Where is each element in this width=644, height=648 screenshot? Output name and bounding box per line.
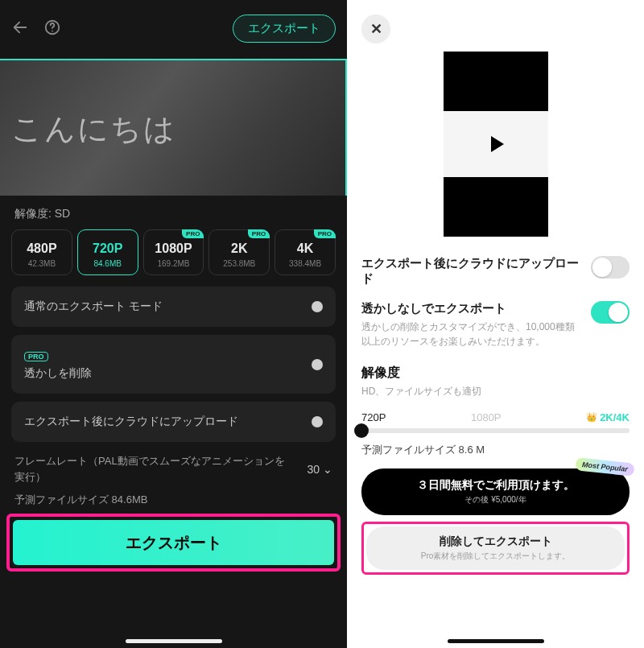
opt-remove-watermark[interactable]: PRO 透かしを削除 (11, 335, 336, 394)
pro-badge: PRO (24, 352, 48, 361)
export-button[interactable]: エクスポート (13, 520, 334, 565)
export-options-list: 通常のエクスポート モード PRO 透かしを削除 エクスポート後にクラウドにアッ… (0, 275, 347, 442)
resolution-slider[interactable] (361, 428, 630, 433)
opt-sub: 透かしの削除とカスタマイズができ、10,000種類以上のリソースをお楽しみいただ… (361, 320, 581, 349)
home-indicator (126, 639, 222, 643)
play-icon (491, 136, 504, 152)
predicted-size: 予測ファイルサイズ 8.6 M (361, 443, 630, 457)
slider-label-text: 2K/4K (600, 411, 630, 423)
preview-text-overlay: こんにちは (11, 109, 176, 150)
delete-and-export-button[interactable]: 削除してエクスポート Pro素材を削除してエクスポートします。 (366, 526, 625, 570)
chevron-down-icon: ⌄ (323, 463, 332, 476)
res-4k[interactable]: PRO 4K 338.4MB (275, 229, 336, 275)
slider-label-720p: 720P (361, 411, 386, 423)
opt-text: エクスポート後にクラウドにアップロード (361, 256, 581, 287)
opt-label: エクスポート後にクラウドにアップロード (24, 415, 238, 429)
back-icon[interactable] (11, 19, 29, 39)
video-preview[interactable]: こんにちは (0, 59, 347, 196)
preview-play-area[interactable] (444, 111, 548, 177)
radio-icon (312, 301, 323, 312)
svg-point-1 (52, 30, 53, 31)
export-status-pill[interactable]: エクスポート (233, 14, 336, 43)
res-size: 169.2MB (144, 259, 204, 268)
close-button[interactable]: ✕ (361, 14, 390, 43)
top-bar: エクスポート (0, 0, 347, 43)
opt-cloud-row: エクスポート後にクラウドにアップロード (361, 256, 630, 287)
slider-thumb[interactable] (354, 423, 369, 438)
res-720p[interactable]: 720P 84.6MB (77, 229, 138, 275)
help-icon[interactable] (43, 19, 61, 39)
phone-preview (444, 52, 548, 237)
res-1080p[interactable]: PRO 1080P 169.2MB (143, 229, 204, 275)
res-size: 338.4MB (275, 259, 335, 268)
pro-badge: PRO (314, 229, 336, 238)
cloud-toggle[interactable] (591, 256, 630, 279)
slider-label-2k4k: 👑 2K/4K (586, 411, 630, 423)
preview-letterbox-top (444, 52, 548, 111)
res-size: 253.8MB (209, 259, 269, 268)
resolution-heading: 解像度: SD (0, 196, 347, 229)
opt-label: 透かしを削除 (24, 366, 92, 381)
crown-icon: 👑 (586, 412, 597, 423)
pro-badge: PRO (248, 229, 270, 238)
free-trial-button[interactable]: Most Popular ３日間無料でご利用頂けます。 その後 ¥5,000/年 (361, 468, 630, 515)
resolution-options: 480P 42.3MB 720P 84.6MB PRO 1080P 169.2M… (0, 229, 347, 275)
res-label: 720P (78, 241, 138, 256)
opt-watermark-row: 透かしなしでエクスポート 透かしの削除とカスタマイズができ、10,000種類以上… (361, 301, 630, 349)
export-highlight-annotation: エクスポート (6, 514, 341, 572)
res-480p[interactable]: 480P 42.3MB (11, 229, 72, 275)
framerate-number: 30 (307, 463, 320, 476)
res-size: 84.6MB (78, 259, 138, 268)
slider-label-1080p: 1080P (471, 411, 502, 423)
framerate-row[interactable]: フレームレート（PAL動画でスムーズなアニメーションを実行） 30 ⌄ (0, 442, 347, 488)
opt-label: 通常のエクスポート モード (24, 299, 163, 314)
export-confirm-screen: ✕ エクスポート後にクラウドにアップロード 透かしなしでエクスポート 透かしの削… (347, 0, 644, 648)
trial-line1: ３日間無料でご利用頂けます。 (369, 478, 621, 493)
opt-normal-mode[interactable]: 通常のエクスポート モード (11, 287, 336, 327)
watermark-toggle[interactable] (591, 301, 630, 324)
resolution-title: 解像度 (361, 365, 630, 382)
res-label: 480P (12, 241, 72, 256)
opt-cloud-upload[interactable]: エクスポート後にクラウドにアップロード (11, 402, 336, 442)
popular-tag: Most Popular (575, 457, 634, 477)
delete-line1: 削除してエクスポート (374, 534, 617, 549)
opt-text: 透かしなしでエクスポート 透かしの削除とカスタマイズができ、10,000種類以上… (361, 301, 581, 349)
resolution-slider-labels: 720P 1080P 👑 2K/4K (361, 411, 630, 423)
framerate-label: フレームレート（PAL動画でスムーズなアニメーションを実行） (14, 453, 294, 485)
res-label: 4K (275, 241, 335, 256)
opt-title: エクスポート後にクラウドにアップロード (361, 256, 581, 287)
res-label: 1080P (144, 241, 204, 256)
resolution-sub: HD、ファイルサイズも適切 (361, 385, 630, 398)
opt-title: 透かしなしでエクスポート (361, 301, 581, 316)
radio-icon (312, 359, 323, 370)
framerate-value: 30 ⌄ (307, 463, 332, 476)
top-left-controls (11, 19, 61, 39)
home-indicator (448, 639, 544, 643)
radio-icon (312, 416, 323, 427)
res-2k[interactable]: PRO 2K 253.8MB (208, 229, 270, 275)
res-size: 42.3MB (12, 259, 72, 268)
close-icon: ✕ (370, 20, 382, 38)
delete-line2: Pro素材を削除してエクスポートします。 (374, 551, 617, 562)
export-settings-screen: エクスポート こんにちは 解像度: SD 480P 42.3MB 720P 84… (0, 0, 347, 648)
trial-line2: その後 ¥5,000/年 (369, 494, 621, 506)
delete-highlight-annotation: 削除してエクスポート Pro素材を削除してエクスポートします。 (361, 522, 630, 575)
opt-label-wrap: PRO 透かしを削除 (24, 348, 92, 381)
pro-badge: PRO (182, 229, 204, 238)
preview-letterbox-bottom (444, 177, 548, 237)
res-label: 2K (209, 241, 269, 256)
predicted-size: 予測ファイルサイズ 84.6MB (0, 488, 347, 514)
